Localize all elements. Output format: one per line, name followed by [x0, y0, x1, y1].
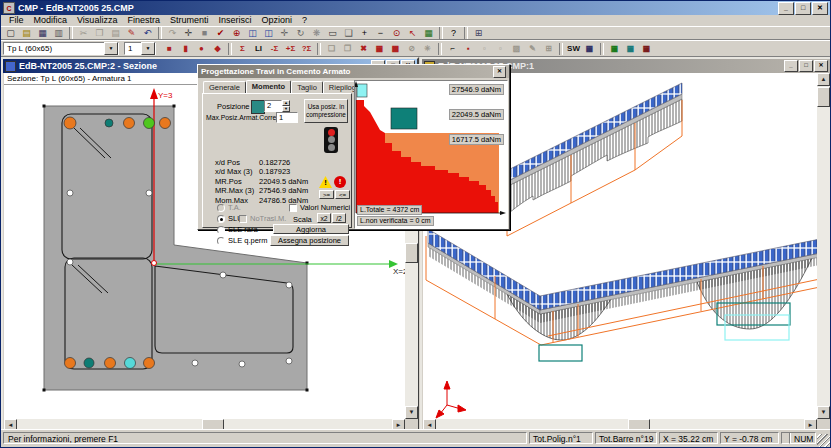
grid-red-icon[interactable]: ▦	[639, 43, 654, 55]
verify-check-button[interactable]: ✔	[213, 27, 228, 39]
scroll-down-icon[interactable]: ▼	[405, 406, 418, 419]
move-button[interactable]: ✛	[277, 27, 292, 39]
query-profile-icon[interactable]: ?Σ	[299, 43, 314, 55]
menu-item[interactable]: ?	[297, 15, 312, 26]
restore-button[interactable]: □	[799, 60, 813, 72]
grid-teal-icon[interactable]: ▦	[623, 43, 638, 55]
paste-button[interactable]: ▤	[108, 27, 123, 39]
close-icon[interactable]: ✕	[493, 66, 506, 78]
menu-item[interactable]: Strumenti	[165, 15, 214, 26]
pencil-grid-icon[interactable]: ✎	[525, 43, 540, 55]
mesh-red-icon[interactable]: ▦	[372, 43, 387, 55]
small-gray-icon[interactable]: ▫	[477, 43, 492, 55]
mesh-red2-icon[interactable]: ▩	[388, 43, 403, 55]
open-folder-button[interactable]: ▤	[19, 27, 34, 39]
bar-rect-icon[interactable]: ▮	[178, 43, 193, 55]
check-notrasl[interactable]: NoTrasl.M.	[239, 214, 286, 223]
max-posiz-field[interactable]: 1	[276, 112, 298, 123]
save-button[interactable]: ▦	[35, 27, 50, 39]
maximize-button[interactable]: □	[795, 2, 811, 15]
menu-item[interactable]: Inserisci	[213, 15, 256, 26]
scrollbar-thumb[interactable]	[405, 243, 418, 263]
moment-diagram-panel[interactable]: 27546.9 daNm22049.5 daNm16717.5 daNm L.T…	[354, 80, 508, 229]
ge-button[interactable]: >=	[319, 190, 334, 199]
grid-green-icon[interactable]: ▦	[607, 43, 622, 55]
scala-x2-button[interactable]: x2	[317, 213, 331, 223]
delete-bars-icon[interactable]: ✖	[356, 43, 371, 55]
profile-sigma-icon[interactable]: Σ	[235, 43, 250, 55]
bar-square-icon[interactable]: ■	[162, 43, 177, 55]
fill-gray-button[interactable]: ■	[197, 27, 212, 39]
find-entity-button[interactable]: ⊕	[229, 27, 244, 39]
scala-div2-button[interactable]: /2	[332, 213, 346, 223]
minimize-button[interactable]: _	[778, 2, 794, 15]
format-brush-button[interactable]: ✎	[124, 27, 139, 39]
radio-sle-rara[interactable]: SLE rara	[217, 225, 258, 234]
radio-ta[interactable]: T.A.	[217, 203, 241, 212]
check-valori-numerici[interactable]: Valori Numerici	[289, 203, 350, 212]
chevron-down-icon[interactable]: ▼	[104, 42, 118, 55]
tile-columns2-button[interactable]: ◫	[261, 27, 276, 39]
rotate-button[interactable]: ↻	[293, 27, 308, 39]
rectangle-button[interactable]: ▭	[325, 27, 340, 39]
mesh-gray-icon[interactable]: ▨	[509, 43, 524, 55]
pan-hand-button[interactable]: ✛	[181, 27, 196, 39]
bar-poly-icon[interactable]: ◆	[210, 43, 225, 55]
posizione-spinner[interactable]: ▲▼	[282, 100, 290, 112]
undo-button[interactable]: ↶	[140, 27, 155, 39]
export-table-button[interactable]: ▦	[421, 27, 436, 39]
duplicate-button[interactable]: ❑	[341, 27, 356, 39]
close-button[interactable]: ✕	[812, 2, 828, 15]
profile-li-icon[interactable]: LI	[251, 43, 266, 55]
new-document-button[interactable]: ▢	[3, 27, 18, 39]
redo-button[interactable]: ↷	[165, 27, 180, 39]
multicolor-grid-icon[interactable]: ▦	[582, 43, 597, 55]
section-window-title: EdB-NT2005 25.CMP:2 - Sezione	[19, 61, 157, 71]
pointer-red-button[interactable]: ↖	[405, 27, 420, 39]
assegna-posizione-button[interactable]: Assegna posizione	[270, 235, 349, 246]
regen-button[interactable]: ❋	[309, 27, 324, 39]
view3d-vscrollbar[interactable]: ▲ ▼	[817, 73, 830, 419]
forbid-icon[interactable]: ⊘	[404, 43, 419, 55]
red-dot-icon[interactable]: ▪	[461, 43, 476, 55]
cut-button[interactable]: ✂	[76, 27, 91, 39]
menu-item[interactable]: File	[4, 15, 29, 26]
usa-posiz-button[interactable]: Usa posiz. in compressione	[304, 99, 348, 123]
position-combo[interactable]: 1 ▼	[124, 42, 156, 55]
remove-profile-icon[interactable]: -Σ	[267, 43, 282, 55]
zoom-lens-button[interactable]: ⊙	[389, 27, 404, 39]
menu-item[interactable]: Opzioni	[256, 15, 297, 26]
sheet2-icon[interactable]: ❐	[340, 43, 355, 55]
le-button[interactable]: <=	[335, 190, 350, 199]
posizione-field[interactable]: 2	[264, 100, 282, 112]
close-button[interactable]: ✕	[814, 60, 828, 72]
section-type-combo[interactable]: Tp L (60x65) ▼	[3, 42, 119, 55]
sw-icon[interactable]: SW	[566, 43, 581, 55]
zoom-out-button[interactable]: −	[373, 27, 388, 39]
grid-gray-icon[interactable]: ⊞	[541, 43, 556, 55]
zoom-in-button[interactable]: +	[357, 27, 372, 39]
bar-circle-icon[interactable]: ●	[194, 43, 209, 55]
menu-item[interactable]: Visualizza	[72, 15, 122, 26]
tile-columns-button[interactable]: ◫	[245, 27, 260, 39]
scroll-down-icon[interactable]: ▼	[817, 406, 830, 419]
sheet-icon[interactable]: ❏	[324, 43, 339, 55]
minimize-button[interactable]: _	[784, 60, 798, 72]
scroll-up-icon[interactable]: ▲	[817, 73, 830, 86]
small-gray2-icon[interactable]: ▫	[493, 43, 508, 55]
aggiorna-button[interactable]: Aggiorna	[273, 224, 349, 234]
menu-item[interactable]: Finestra	[122, 15, 165, 26]
print-button[interactable]: ▥	[51, 27, 66, 39]
y-axis-label: Y=3	[158, 91, 173, 100]
corner-icon[interactable]: ⌐	[445, 43, 460, 55]
resize-grip[interactable]	[817, 434, 830, 447]
chevron-down-icon[interactable]: ▼	[141, 42, 155, 55]
radio-sle-qperm[interactable]: SLE q.perm	[217, 236, 268, 245]
menu-item[interactable]: Modifica	[29, 15, 73, 26]
copy-button[interactable]: ❐	[92, 27, 107, 39]
help-button[interactable]: ?	[446, 27, 461, 39]
asterisk-icon[interactable]: ✳	[420, 43, 435, 55]
add-profile-icon[interactable]: +Σ	[283, 43, 298, 55]
scrollbar-thumb[interactable]	[817, 87, 830, 107]
capture-view-button[interactable]: ⊞	[471, 27, 486, 39]
